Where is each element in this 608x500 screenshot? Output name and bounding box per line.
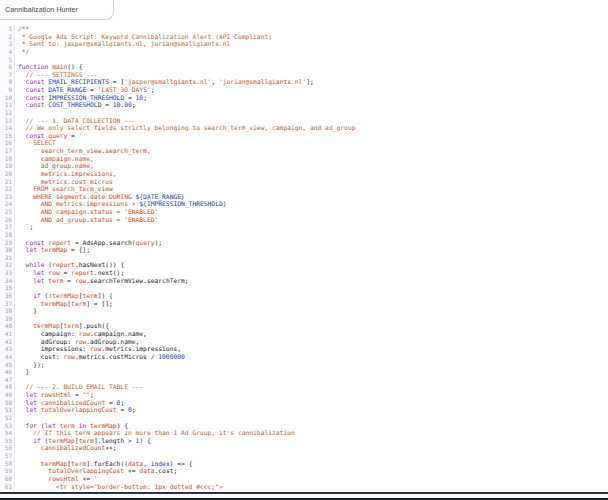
line-number: 40 [0,322,14,330]
code-text: AND campaign.status = 'ENABLED' [14,208,158,216]
code-text: AND metrics.impressions > ${IMPRESSION_T… [14,200,227,208]
code-text: * Google Ads Script: Keyword Cannibaliza… [14,33,272,41]
code-line: 42 adGroup: row.adGroup.name, [0,338,608,346]
code-text: cannibalizedCount++; [14,444,117,452]
line-number: 15 [0,132,14,140]
code-line: 56 cannibalizedCount++; [0,444,608,452]
line-number: 26 [0,216,14,224]
code-text: if (!termMap[term]) { [14,292,113,300]
code-text: */ [14,48,29,56]
line-number: 17 [0,147,14,155]
code-line: 7 // --- SETTINGS --- [0,71,608,79]
code-line: 5 [0,56,608,64]
code-text: } [14,307,37,315]
code-line: 43 impressions: row.metrics.impressions, [0,345,608,353]
code-line: 18 campaign.name, [0,155,608,163]
script-editor-window: Cannibalization Hunter 1/**2 * Google Ad… [0,0,608,500]
tab-cannibalization-hunter[interactable]: Cannibalization Hunter [0,0,114,20]
code-text: adGroup: row.adGroup.name, [14,338,139,346]
code-text: SELECT [14,139,56,147]
code-text: // --- SETTINGS --- [14,71,98,79]
code-line: 39 [0,315,608,323]
line-number: 50 [0,399,14,407]
code-text: totalOverlappingCost += data.cost; [14,467,177,475]
line-number: 31 [0,254,14,262]
line-number: 58 [0,460,14,468]
code-text: let cannibalizedCount = 0; [14,399,124,407]
line-number: 25 [0,208,14,216]
line-number: 13 [0,117,14,125]
code-line: 34 let term = row.searchTermView.searchT… [0,277,608,285]
code-line: 17 search_term_view.search_term, [0,147,608,155]
code-line: 55 if (termMap[term].length > 1) { [0,437,608,445]
line-number: 1 [0,25,14,33]
code-text: let term = row.searchTermView.searchTerm… [14,277,189,285]
code-text: `; [14,223,33,231]
code-text: FROM search_term_view [14,185,113,193]
code-line: 23 WHERE segments.date DURING ${DATE_RAN… [0,193,608,201]
code-text: termMap[term].push({ [14,322,109,330]
code-line: 57 [0,452,608,460]
code-text: // --- 2. BUILD EMAIL TABLE --- [14,383,143,391]
code-line: 61 <tr style="border-bottom: 1px dotted … [0,483,608,491]
code-text: while (report.hasNext()) { [14,261,124,269]
line-number: 54 [0,429,14,437]
code-line: 19 ad_group.name, [0,162,608,170]
code-text: function main() { [14,63,82,71]
code-line: 49 let rowsHtml = ""; [0,391,608,399]
code-text: if (termMap[term].length > 1) { [14,437,151,445]
line-number: 52 [0,414,14,422]
code-text [14,284,18,292]
code-text: impressions: row.metrics.impressions, [14,345,181,353]
line-number: 51 [0,406,14,414]
line-number: 57 [0,452,14,460]
line-number: 10 [0,94,14,102]
code-line: 6function main() { [0,63,608,71]
code-text: rowsHtml += ` [14,475,98,483]
code-text: for (let term in termMap) { [14,422,128,430]
line-number: 44 [0,353,14,361]
code-text [14,231,18,239]
code-text: termMap[term] = []; [14,300,113,308]
code-line: 14 // We only select fields strictly bel… [0,124,608,132]
code-line: 24 AND metrics.impressions > ${IMPRESSIO… [0,200,608,208]
code-text: let rowsHtml = ""; [14,391,94,399]
code-text: AND ad_group.status = 'ENABLED' [14,216,158,224]
code-line: 51 let totalOverlappingCost = 0; [0,406,608,414]
code-line: 16 SELECT [0,139,608,147]
line-number: 20 [0,170,14,178]
code-line: 44 cost: row.metrics.costMicros / 100000… [0,353,608,361]
code-text [14,414,18,422]
code-text [14,254,18,262]
code-line: 37 termMap[term] = []; [0,300,608,308]
line-number: 5 [0,56,14,64]
code-text: const IMPRESSION_THRESHOLD = 10; [14,94,147,102]
code-line: 46 } [0,368,608,376]
code-line: 59 totalOverlappingCost += data.cost; [0,467,608,475]
code-text: ad_group.name, [14,162,94,170]
code-text: const query = ` [14,132,83,140]
line-number: 27 [0,223,14,231]
code-line: 28 [0,231,608,239]
line-number: 23 [0,193,14,201]
code-text: metrics.impressions, [14,170,117,178]
code-line: 11 const COST_THRESHOLD = 10.00; [0,101,608,109]
line-number: 21 [0,178,14,186]
code-text: WHERE segments.date DURING ${DATE_RANGE} [14,193,185,201]
line-number: 41 [0,330,14,338]
line-number: 9 [0,86,14,94]
code-text: const report = AdsApp.search(query); [14,239,162,247]
line-number: 37 [0,300,14,308]
line-number: 35 [0,284,14,292]
code-line: 12 [0,109,608,117]
code-text: search_term_view.search_term, [14,147,151,155]
code-text: let totalOverlappingCost = 0; [14,406,136,414]
line-number: 12 [0,109,14,117]
code-line: 45 }); [0,361,608,369]
code-line: 25 AND campaign.status = 'ENABLED' [0,208,608,216]
code-text: * Sent to: jasper@smallgiants.nl, jorian… [14,40,230,48]
code-text: const DATE_RANGE = 'LAST_30_DAYS'; [14,86,155,94]
line-number: 19 [0,162,14,170]
line-number: 6 [0,63,14,71]
code-editor[interactable]: 1/**2 * Google Ads Script: Keyword Canni… [0,25,608,492]
